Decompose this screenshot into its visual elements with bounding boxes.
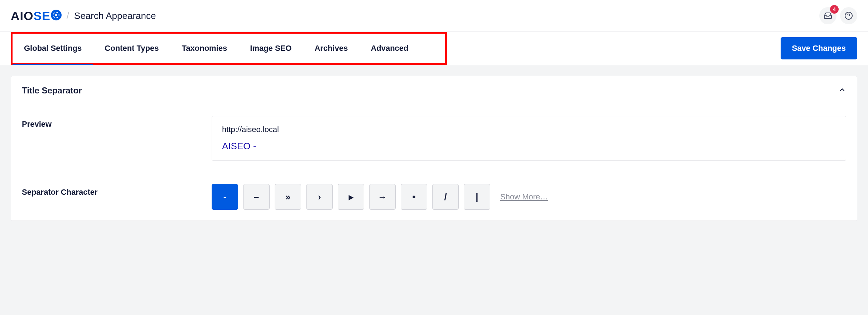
breadcrumb-separator: / — [67, 10, 69, 21]
logo: AIOSE — [11, 9, 62, 23]
show-more-link[interactable]: Show More… — [500, 192, 548, 202]
tab-content-types[interactable]: Content Types — [93, 34, 170, 63]
separator-option-slash[interactable]: / — [432, 184, 459, 210]
separator-option-dash[interactable]: - — [212, 184, 238, 210]
header-left: AIOSE / Search Appearance — [11, 9, 156, 23]
header-right: 4 — [819, 7, 857, 24]
separator-options: - – » › ▸ → • / | Show More… — [212, 184, 846, 210]
notification-badge: 4 — [830, 5, 839, 14]
tab-label: Archives — [314, 44, 348, 53]
tab-advanced[interactable]: Advanced — [359, 34, 420, 63]
separator-label: Separator Character — [22, 184, 212, 197]
card-title: Title Separator — [22, 86, 82, 96]
tab-label: Advanced — [371, 44, 408, 53]
separator-option-pipe[interactable]: | — [464, 184, 490, 210]
separator-option-raquo[interactable]: » — [275, 184, 301, 210]
content-area: Title Separator Preview http://aiseo.loc… — [0, 65, 868, 232]
preview-title-text: AISEO - — [222, 141, 836, 152]
separator-option-rsaquo[interactable]: › — [306, 184, 333, 210]
page-title: Search Appearance — [74, 10, 156, 21]
notifications-button[interactable]: 4 — [819, 7, 836, 24]
preview-url: http://aiseo.local — [222, 125, 836, 134]
save-changes-button[interactable]: Save Changes — [781, 37, 857, 59]
inbox-icon — [824, 11, 832, 20]
separator-option-triangle[interactable]: ▸ — [338, 184, 364, 210]
logo-o-icon — [51, 10, 62, 20]
separator-option-bullet[interactable]: • — [401, 184, 427, 210]
collapse-toggle[interactable] — [838, 86, 846, 95]
separator-option-arrow[interactable]: → — [369, 184, 396, 210]
logo-text-aio: AIO — [11, 9, 33, 23]
preview-label: Preview — [22, 116, 212, 129]
tab-taxonomies[interactable]: Taxonomies — [170, 34, 239, 63]
separator-row: Separator Character - – » › ▸ → • / | Sh… — [22, 184, 846, 210]
preview-row: Preview http://aiseo.local AISEO - — [22, 116, 846, 173]
tab-image-seo[interactable]: Image SEO — [238, 34, 303, 63]
preview-control: http://aiseo.local AISEO - — [212, 116, 846, 161]
chevron-up-icon — [838, 86, 846, 94]
tab-global-settings[interactable]: Global Settings — [13, 34, 93, 63]
separator-option-endash[interactable]: – — [243, 184, 270, 210]
tabs-bar: Global Settings Content Types Taxonomies… — [0, 32, 868, 65]
help-button[interactable] — [840, 7, 857, 24]
preview-box: http://aiseo.local AISEO - — [212, 116, 846, 161]
tab-label: Content Types — [105, 44, 159, 53]
help-icon — [844, 11, 853, 20]
card-body: Preview http://aiseo.local AISEO - Separ… — [11, 105, 857, 220]
tab-archives[interactable]: Archives — [303, 34, 359, 63]
tab-label: Global Settings — [24, 44, 82, 53]
separator-control: - – » › ▸ → • / | Show More… — [212, 184, 846, 210]
card-header: Title Separator — [11, 76, 857, 105]
page-header: AIOSE / Search Appearance 4 — [0, 0, 868, 32]
tab-label: Taxonomies — [182, 44, 227, 53]
tabs-container: Global Settings Content Types Taxonomies… — [11, 32, 447, 65]
tab-label: Image SEO — [250, 44, 291, 53]
logo-text-se: SE — [33, 9, 50, 23]
title-separator-card: Title Separator Preview http://aiseo.loc… — [11, 76, 857, 221]
